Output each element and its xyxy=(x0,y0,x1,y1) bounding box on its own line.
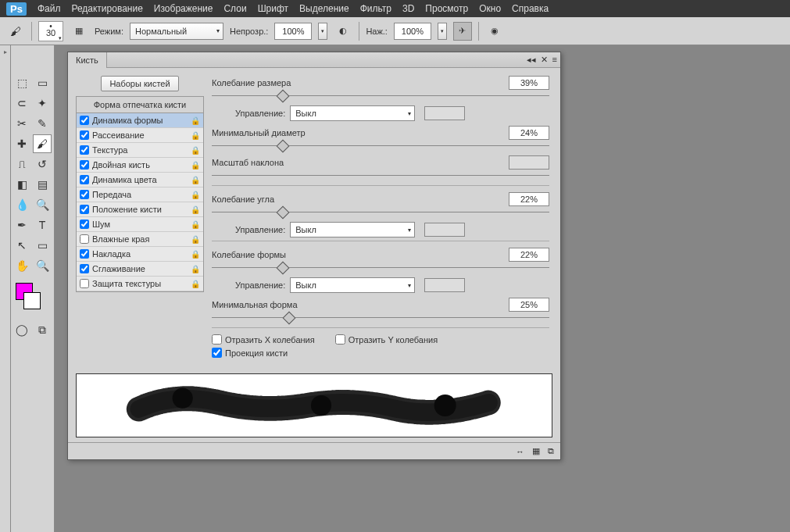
brush-option-row[interactable]: Накладка🔒 xyxy=(77,247,203,262)
lock-icon[interactable]: 🔒 xyxy=(191,131,200,140)
brush-option-row[interactable]: Текстура🔒 xyxy=(77,143,203,158)
brush-option-row[interactable]: Сглаживание🔒 xyxy=(77,262,203,277)
lock-icon[interactable]: 🔒 xyxy=(191,235,200,244)
flow-input[interactable]: 100% xyxy=(394,23,431,40)
toggle-preview-icon[interactable]: ↔ xyxy=(516,447,524,456)
brush-tip-shape-header[interactable]: Форма отпечатка кисти xyxy=(77,97,203,113)
option-checkbox[interactable] xyxy=(80,220,89,229)
brush-option-row[interactable]: Передача🔒 xyxy=(77,187,203,202)
airbrush-icon[interactable]: ✈ xyxy=(453,22,472,41)
pen-tool-icon[interactable]: ✒ xyxy=(13,216,31,234)
panel-tab[interactable]: Кисть xyxy=(68,52,107,68)
new-brush-icon[interactable]: ▦ xyxy=(532,446,540,456)
menu-3d[interactable]: 3D xyxy=(402,3,414,14)
shape-tool-icon[interactable]: ▭ xyxy=(33,236,52,255)
history-brush-tool-icon[interactable]: ↺ xyxy=(33,155,52,173)
angle-control-select[interactable]: Выкл xyxy=(290,222,415,237)
brush-option-row[interactable]: Динамика формы🔒 xyxy=(77,113,203,128)
lock-icon[interactable]: 🔒 xyxy=(191,280,200,288)
menu-view[interactable]: Просмотр xyxy=(425,3,468,14)
move-tool-icon[interactable]: ⬚ xyxy=(13,73,31,92)
option-checkbox[interactable] xyxy=(80,279,89,288)
menu-window[interactable]: Окно xyxy=(479,3,501,14)
option-checkbox[interactable] xyxy=(80,130,89,140)
brush-projection-checkbox[interactable]: Проекция кисти xyxy=(212,348,288,358)
close-icon[interactable]: ✕ xyxy=(541,55,548,65)
gradient-tool-icon[interactable]: ▤ xyxy=(33,175,52,194)
eraser-tool-icon[interactable]: ◧ xyxy=(13,175,31,194)
brush-option-row[interactable]: Двойная кисть🔒 xyxy=(77,158,203,173)
lock-icon[interactable]: 🔒 xyxy=(191,116,200,125)
min-roundness-slider[interactable] xyxy=(212,313,549,323)
path-tool-icon[interactable]: ↖ xyxy=(13,236,31,255)
brush-presets-button[interactable]: Наборы кистей xyxy=(101,76,178,91)
option-checkbox[interactable] xyxy=(80,234,89,244)
roundness-control-select[interactable]: Выкл xyxy=(290,277,415,293)
option-checkbox[interactable] xyxy=(80,249,89,259)
brush-option-row[interactable]: Рассеивание🔒 xyxy=(77,128,203,143)
flip-y-checkbox[interactable]: Отразить Y колебания xyxy=(335,334,438,345)
blur-tool-icon[interactable]: 💧 xyxy=(13,195,31,214)
lock-icon[interactable]: 🔒 xyxy=(191,220,200,229)
option-checkbox[interactable] xyxy=(80,145,89,155)
lock-icon[interactable]: 🔒 xyxy=(191,205,200,214)
brush-panel-toggle-icon[interactable]: ▦ xyxy=(70,22,88,41)
hand-tool-icon[interactable]: ✋ xyxy=(13,256,31,275)
collapse-icon[interactable]: ◂◂ xyxy=(527,55,536,65)
dock-strip[interactable]: ▸ xyxy=(0,45,11,532)
option-checkbox[interactable] xyxy=(80,175,89,184)
min-diameter-input[interactable]: 24% xyxy=(509,126,549,140)
menu-type[interactable]: Шрифт xyxy=(258,3,288,14)
blend-mode-select[interactable]: Нормальный xyxy=(130,23,223,40)
opacity-input[interactable]: 100% xyxy=(274,23,312,40)
panel-header[interactable]: Кисть ◂◂✕≡ xyxy=(68,52,560,68)
menu-image[interactable]: Изображение xyxy=(154,3,213,14)
option-checkbox[interactable] xyxy=(80,116,89,125)
brush-option-row[interactable]: Защита текстуры🔒 xyxy=(77,277,203,291)
pressure-size-icon[interactable]: ◉ xyxy=(485,22,504,41)
quickmask-icon[interactable]: ◯ xyxy=(13,320,31,339)
option-checkbox[interactable] xyxy=(80,190,89,199)
menu-edit[interactable]: Редактирование xyxy=(71,3,142,14)
lock-icon[interactable]: 🔒 xyxy=(191,250,200,259)
roundness-jitter-input[interactable]: 22% xyxy=(509,248,549,262)
opacity-arrow[interactable]: ▾ xyxy=(318,23,327,40)
lock-icon[interactable]: 🔒 xyxy=(191,146,200,155)
lock-icon[interactable]: 🔒 xyxy=(191,191,200,199)
brush-option-row[interactable]: Влажные края🔒 xyxy=(77,232,203,247)
option-checkbox[interactable] xyxy=(80,160,89,170)
option-checkbox[interactable] xyxy=(80,264,89,273)
menu-layers[interactable]: Слои xyxy=(223,3,246,14)
lock-icon[interactable]: 🔒 xyxy=(191,265,200,273)
crop-tool-icon[interactable]: ✂ xyxy=(13,114,31,133)
flip-x-checkbox[interactable]: Отразить X колебания xyxy=(212,334,315,345)
min-diameter-slider[interactable] xyxy=(212,141,549,151)
angle-jitter-input[interactable]: 22% xyxy=(509,192,549,206)
size-jitter-slider[interactable] xyxy=(212,91,549,101)
size-control-select[interactable]: Выкл xyxy=(290,105,415,121)
lock-icon[interactable]: 🔒 xyxy=(191,161,200,170)
brush-tool-icon[interactable]: 🖌 xyxy=(33,134,52,153)
angle-jitter-slider[interactable] xyxy=(212,208,549,217)
roundness-jitter-slider[interactable] xyxy=(212,263,549,273)
menu-select[interactable]: Выделение xyxy=(299,3,349,14)
tool-preset-icon[interactable]: 🖌 xyxy=(6,22,25,41)
dodge-tool-icon[interactable]: 🔍 xyxy=(33,195,52,214)
lock-icon[interactable]: 🔒 xyxy=(191,176,200,184)
screenmode-icon[interactable]: ⧉ xyxy=(33,320,52,339)
flow-arrow[interactable]: ▾ xyxy=(438,23,447,40)
background-color-swatch[interactable] xyxy=(23,292,41,309)
stamp-tool-icon[interactable]: ⎍ xyxy=(13,155,31,173)
size-jitter-input[interactable]: 39% xyxy=(509,76,549,90)
brush-size-picker[interactable]: 30 xyxy=(38,21,63,41)
option-checkbox[interactable] xyxy=(80,205,89,214)
brush-option-row[interactable]: Положение кисти🔒 xyxy=(77,202,203,217)
lasso-tool-icon[interactable]: ⊂ xyxy=(13,94,31,112)
wand-tool-icon[interactable]: ✦ xyxy=(33,94,52,112)
zoom-tool-icon[interactable]: 🔍 xyxy=(33,256,52,275)
eyedropper-tool-icon[interactable]: ✎ xyxy=(33,114,52,133)
marquee-tool-icon[interactable]: ▭ xyxy=(33,73,52,92)
menu-file[interactable]: Файл xyxy=(38,3,61,14)
menu-filter[interactable]: Фильтр xyxy=(360,3,391,14)
type-tool-icon[interactable]: T xyxy=(33,216,52,234)
